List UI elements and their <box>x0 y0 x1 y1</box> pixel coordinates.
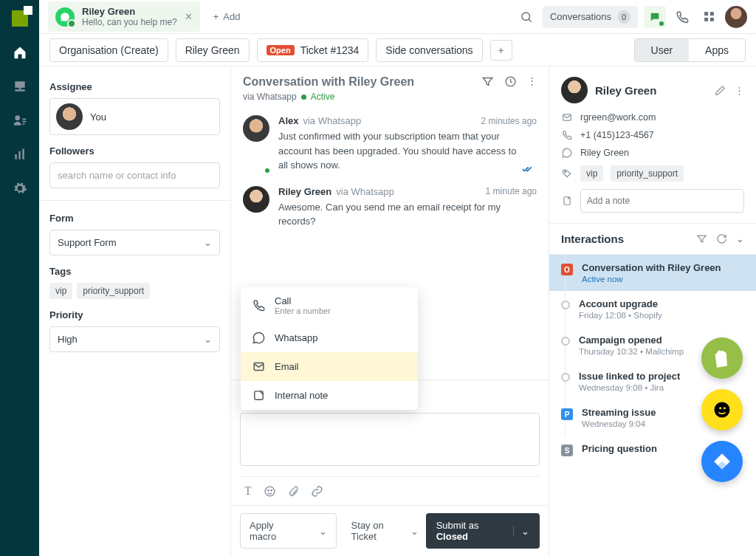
home-icon[interactable] <box>12 44 28 61</box>
filter-icon[interactable] <box>481 75 494 88</box>
svg-rect-0 <box>15 89 24 92</box>
interaction-title: Issue linked to project <box>579 371 680 382</box>
reports-icon[interactable] <box>12 146 28 162</box>
more-icon[interactable]: ⋮ <box>735 85 744 96</box>
read-receipt-icon <box>522 165 534 173</box>
add-tab-button[interactable]: + Add <box>206 7 248 27</box>
svg-rect-3 <box>18 151 21 159</box>
context-segmented: User Apps <box>634 38 746 62</box>
attachment-icon[interactable] <box>288 485 299 498</box>
close-icon[interactable]: ✕ <box>185 11 193 22</box>
note-input[interactable] <box>580 189 744 213</box>
ticket-footer: Apply macro ⌄ Stay on Ticket ⌄ Submit as… <box>231 505 549 556</box>
settings-icon[interactable] <box>12 180 28 196</box>
history-icon[interactable] <box>504 75 517 88</box>
mailchimp-fab[interactable] <box>701 389 743 430</box>
tab-side-conversations[interactable]: Side conversations <box>376 38 482 62</box>
macro-label: Apply macro <box>250 520 297 542</box>
add-tab-plus[interactable]: + <box>490 40 512 61</box>
emoji-icon[interactable] <box>264 485 276 498</box>
text-format-icon[interactable]: T <box>244 484 252 498</box>
interactions-title: Interactions <box>561 233 624 245</box>
form-select[interactable]: Support Form ⌄ <box>49 230 220 255</box>
apply-macro-button[interactable]: Apply macro ⌄ <box>240 513 337 549</box>
chevron-down-icon: ⌄ <box>513 526 529 537</box>
interaction-sub: Wednesday 9:08 • Jira <box>579 383 680 392</box>
conversations-pill[interactable]: Conversations 0 <box>543 6 638 28</box>
more-icon[interactable]: ⋮ <box>527 75 537 88</box>
assignee-value: You <box>90 111 106 123</box>
workspace-tab[interactable]: Riley Green Hello, can you help me? ✕ <box>48 1 200 32</box>
tab-user[interactable]: Riley Green <box>176 38 250 62</box>
apps-grid-icon[interactable] <box>698 7 719 27</box>
interaction-item[interactable]: O Conversation with Riley GreenActive no… <box>549 255 756 291</box>
search-icon[interactable] <box>516 7 537 27</box>
message-author: Riley Green <box>278 186 331 197</box>
chat-icon[interactable] <box>644 6 666 28</box>
svg-point-13 <box>267 490 268 490</box>
status-square-icon: O <box>561 264 573 275</box>
assignee-field[interactable]: You <box>49 98 220 135</box>
inbox-icon[interactable] <box>12 78 28 95</box>
compose-editor[interactable] <box>240 413 540 466</box>
submit-status: Closed <box>436 531 468 542</box>
profile-phone: +1 (415)123-4567 <box>580 130 654 140</box>
filter-icon[interactable] <box>696 233 707 244</box>
timeline-dot-icon <box>561 301 570 309</box>
tab-ticket[interactable]: Open Ticket #1234 <box>257 38 369 62</box>
interaction-title: Conversation with Riley Green <box>582 262 721 273</box>
link-icon[interactable] <box>311 485 323 498</box>
tags-row: vip priority_support <box>49 283 220 299</box>
phone-icon <box>251 299 266 312</box>
message-time: 2 minutes ago <box>481 116 537 126</box>
profile-whatsapp: Riley Green <box>580 148 629 158</box>
whatsapp-icon <box>561 148 573 158</box>
segment-apps[interactable]: Apps <box>689 39 745 61</box>
message-via: via Whatsapp <box>336 186 394 197</box>
customers-icon[interactable] <box>12 112 28 128</box>
followers-input[interactable] <box>49 162 220 188</box>
channel-whatsapp[interactable]: Whatsapp <box>241 323 418 352</box>
whatsapp-icon <box>55 7 75 27</box>
active-dot-icon <box>301 95 306 100</box>
channel-call[interactable]: CallEnter a number <box>241 287 418 323</box>
message-time: 1 minute ago <box>486 186 537 196</box>
presence-dot-icon <box>264 167 271 174</box>
mail-icon <box>561 112 573 123</box>
channel-email[interactable]: Email <box>241 352 418 381</box>
interaction-title: Campaign opened <box>579 334 684 346</box>
tag-priority-support[interactable]: priority_support <box>77 283 150 299</box>
profile-tag: priority_support <box>611 165 684 182</box>
jira-fab[interactable] <box>701 441 743 482</box>
tag-vip[interactable]: vip <box>49 283 72 299</box>
profile-email: rgreen@work.com <box>580 112 656 123</box>
priority-select[interactable]: High ⌄ <box>49 326 220 352</box>
refresh-icon[interactable] <box>716 233 727 244</box>
message: Riley Green via Whatsapp 1 minute ago Aw… <box>243 186 537 229</box>
segment-user[interactable]: User <box>635 39 690 61</box>
phone-icon[interactable] <box>672 7 693 27</box>
compose-toolbar: T <box>240 476 540 501</box>
timeline-dot-icon <box>561 373 570 382</box>
tab-title: Riley Green <box>82 6 177 17</box>
edit-icon[interactable] <box>715 85 726 96</box>
channel-internal-note[interactable]: Internal note <box>241 381 418 410</box>
interaction-sub: Active now <box>582 275 721 284</box>
channel-label: Email <box>275 361 299 372</box>
stay-on-ticket-button[interactable]: Stay on Ticket ⌄ <box>351 520 419 542</box>
status-square-icon: S <box>561 445 573 456</box>
shopify-fab[interactable] <box>701 337 743 379</box>
submit-button[interactable]: Submit as Closed ⌄ <box>426 513 540 549</box>
interaction-item[interactable]: Account upgradeFriday 12:08 • Shopify <box>549 291 756 327</box>
chevron-down-icon[interactable]: ⌄ <box>736 233 744 244</box>
ticket-tabbar: Organisation (Create) Riley Green Open T… <box>39 34 756 66</box>
brand-logo <box>12 10 28 27</box>
timeline-dot-icon <box>561 337 570 346</box>
tab-organisation[interactable]: Organisation (Create) <box>49 38 168 62</box>
submit-prefix: Submit as <box>436 520 479 531</box>
interaction-title: Streaming issue <box>582 407 656 418</box>
message-author: Alex <box>278 115 298 126</box>
topbar: Riley Green Hello, can you help me? ✕ + … <box>39 0 756 34</box>
user-avatar[interactable] <box>725 6 747 28</box>
form-label: Form <box>49 213 220 224</box>
